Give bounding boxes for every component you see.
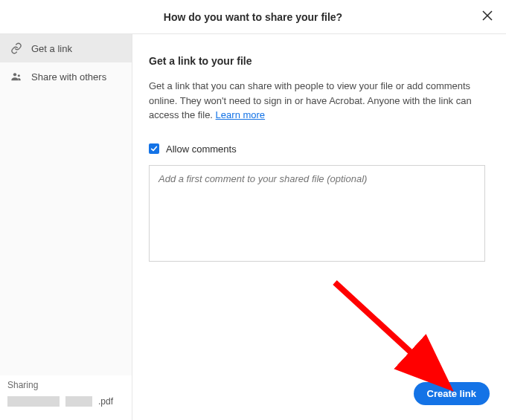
- dialog-body: Get a link Share with others Sharing .pd…: [0, 34, 506, 420]
- sidebar-item-label: Get a link: [31, 43, 72, 54]
- sidebar-item-label: Share with others: [31, 71, 106, 83]
- redacted-filename-part: [65, 396, 92, 407]
- sharing-info: Sharing .pdf: [0, 375, 132, 420]
- sharing-filename: .pdf: [7, 396, 124, 407]
- main-panel: Get a link to your file Get a link that …: [132, 34, 506, 420]
- learn-more-link[interactable]: Learn more: [216, 109, 265, 120]
- description-text: Get a link that you can share with peopl…: [149, 80, 472, 120]
- section-description: Get a link that you can share with peopl…: [149, 79, 484, 123]
- dialog-header: How do you want to share your file?: [0, 0, 506, 34]
- allow-comments-label: Allow comments: [166, 143, 237, 155]
- dialog-title: How do you want to share your file?: [164, 11, 342, 23]
- section-title: Get a link to your file: [149, 55, 490, 67]
- close-button[interactable]: [481, 10, 494, 24]
- people-icon: [10, 71, 22, 83]
- link-icon: [10, 42, 22, 54]
- file-extension: .pdf: [98, 396, 113, 407]
- sidebar: Get a link Share with others Sharing .pd…: [0, 34, 132, 420]
- allow-comments-row: Allow comments: [149, 143, 490, 155]
- svg-point-2: [13, 73, 16, 76]
- close-icon: [482, 10, 493, 23]
- allow-comments-checkbox[interactable]: [149, 143, 159, 154]
- sidebar-item-share-others[interactable]: Share with others: [0, 62, 132, 91]
- sharing-label: Sharing: [7, 380, 124, 390]
- svg-point-3: [18, 74, 20, 77]
- sidebar-spacer: [0, 91, 132, 375]
- create-link-button[interactable]: Create link: [414, 382, 490, 405]
- sidebar-item-get-link[interactable]: Get a link: [0, 34, 132, 62]
- check-icon: [150, 143, 158, 155]
- first-comment-input[interactable]: [149, 165, 485, 262]
- redacted-filename: [7, 396, 60, 407]
